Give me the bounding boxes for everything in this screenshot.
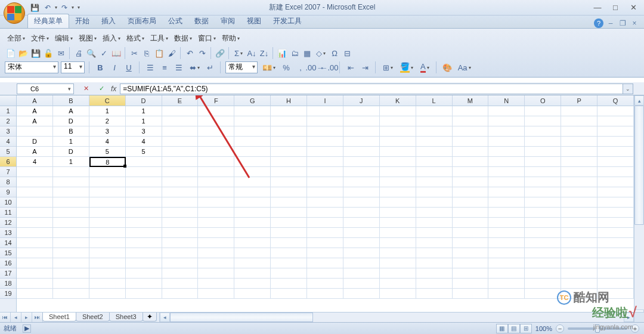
cell-N7[interactable] [488, 167, 525, 177]
row-header-6[interactable]: 6 [0, 157, 16, 167]
cell-I19[interactable] [307, 289, 343, 299]
cell-H16[interactable] [271, 258, 307, 268]
cell-N2[interactable] [488, 116, 525, 126]
cell-A17[interactable] [17, 268, 53, 279]
cell-K4[interactable] [380, 137, 416, 147]
cell-G7[interactable] [234, 167, 271, 177]
cell-C4[interactable]: 4 [89, 137, 126, 147]
cell-M17[interactable] [453, 268, 489, 279]
menu-data[interactable]: 数据▾ [172, 32, 194, 45]
cell-Q16[interactable] [597, 258, 634, 268]
cell-G13[interactable] [234, 228, 271, 238]
view-layout-icon[interactable]: ▤ [508, 324, 520, 333]
wrap-icon[interactable]: ↵ [205, 61, 216, 73]
horizontal-scrollbar[interactable]: ◂ ▸ [159, 313, 634, 322]
cell-F14[interactable] [198, 238, 234, 248]
cell-A2[interactable]: A [17, 116, 53, 126]
cell-M7[interactable] [453, 167, 489, 177]
cell-O8[interactable] [525, 177, 561, 187]
cell-F8[interactable] [198, 177, 234, 187]
cell-Q3[interactable] [597, 126, 634, 137]
cell-Q6[interactable] [597, 157, 634, 167]
sheet-tab-1[interactable]: Sheet1 [42, 313, 76, 321]
cell-Q7[interactable] [597, 167, 634, 177]
cell-C13[interactable] [89, 228, 126, 238]
help-icon[interactable]: ? [594, 18, 603, 28]
col-header-I[interactable]: I [307, 95, 343, 106]
spell-icon[interactable]: ✓ [98, 47, 110, 59]
cell-K3[interactable] [380, 126, 416, 137]
cell-L13[interactable] [416, 228, 453, 238]
dec-indent-icon[interactable]: ⇤ [345, 61, 357, 73]
cell-N10[interactable] [488, 197, 525, 208]
cell-O2[interactable] [525, 116, 561, 126]
cell-D8[interactable] [126, 177, 162, 187]
borders-icon[interactable]: ⊞▾ [380, 61, 395, 73]
cell-D3[interactable]: 3 [126, 126, 162, 137]
cell-L18[interactable] [416, 279, 453, 289]
doc-restore[interactable]: ❐ [618, 18, 627, 28]
cell-I7[interactable] [307, 167, 343, 177]
cell-K7[interactable] [380, 167, 416, 177]
cell-B1[interactable]: A [53, 106, 89, 116]
col-header-O[interactable]: O [525, 95, 561, 106]
col-header-H[interactable]: H [271, 95, 307, 106]
symbol-icon[interactable]: Ω [329, 47, 340, 59]
cell-E10[interactable] [162, 197, 199, 208]
shapes-icon[interactable]: ◇▾ [314, 47, 328, 59]
preview-icon[interactable]: 🔍 [85, 47, 97, 59]
cell-H11[interactable] [271, 208, 307, 218]
format-painter-icon[interactable]: 🖌 [166, 47, 178, 59]
cell-Q5[interactable] [597, 147, 634, 157]
cell-N17[interactable] [488, 268, 525, 279]
row-header-4[interactable]: 4 [0, 137, 16, 147]
ribbon-tab-view[interactable]: 视图 [241, 14, 267, 28]
cell-A7[interactable] [17, 167, 53, 177]
row-header-12[interactable]: 12 [0, 218, 16, 228]
cell-L11[interactable] [416, 208, 453, 218]
cell-I17[interactable] [307, 268, 343, 279]
cell-D18[interactable] [126, 279, 162, 289]
table-icon[interactable]: ▦ [301, 47, 313, 59]
cell-O11[interactable] [525, 208, 561, 218]
row-header-11[interactable]: 11 [0, 208, 16, 218]
cut-icon[interactable]: ✂ [128, 47, 140, 59]
research-icon[interactable]: 📖 [110, 47, 122, 59]
align-left-icon[interactable]: ☰ [144, 61, 156, 73]
cell-B19[interactable] [53, 289, 89, 299]
permission-icon[interactable]: 🔓 [42, 47, 54, 59]
cell-Q17[interactable] [597, 268, 634, 279]
cell-E8[interactable] [162, 177, 199, 187]
cell-P4[interactable] [561, 137, 597, 147]
cell-J9[interactable] [343, 187, 380, 197]
cell-G11[interactable] [234, 208, 271, 218]
office-button[interactable] [4, 2, 25, 24]
last-sheet-button[interactable]: ⏭ [32, 313, 43, 322]
cell-F5[interactable] [198, 147, 234, 157]
cell-H1[interactable] [271, 106, 307, 116]
ribbon-tab-developer[interactable]: 开发工具 [267, 14, 308, 28]
cell-I3[interactable] [307, 126, 343, 137]
menu-tools[interactable]: 工具▾ [148, 32, 171, 45]
cell-B16[interactable] [53, 258, 89, 268]
cell-F7[interactable] [198, 167, 234, 177]
cell-I5[interactable] [307, 147, 343, 157]
cell-F10[interactable] [198, 197, 234, 208]
cell-J4[interactable] [343, 137, 380, 147]
cell-L16[interactable] [416, 258, 453, 268]
cell-Q11[interactable] [597, 208, 634, 218]
vscroll-thumb[interactable] [634, 106, 644, 225]
cell-L4[interactable] [416, 137, 453, 147]
sort-desc-icon[interactable]: Z↓ [258, 47, 270, 59]
scroll-left-icon[interactable]: ◂ [160, 313, 170, 322]
cell-D19[interactable] [126, 289, 162, 299]
page-break-icon[interactable]: ⊟ [341, 47, 353, 59]
cell-L7[interactable] [416, 167, 453, 177]
cell-P3[interactable] [561, 126, 597, 137]
cell-P16[interactable] [561, 258, 597, 268]
cell-K15[interactable] [380, 248, 416, 258]
cell-N11[interactable] [488, 208, 525, 218]
cell-E12[interactable] [162, 218, 199, 228]
col-header-C[interactable]: C [89, 95, 126, 106]
cell-G4[interactable] [234, 137, 271, 147]
